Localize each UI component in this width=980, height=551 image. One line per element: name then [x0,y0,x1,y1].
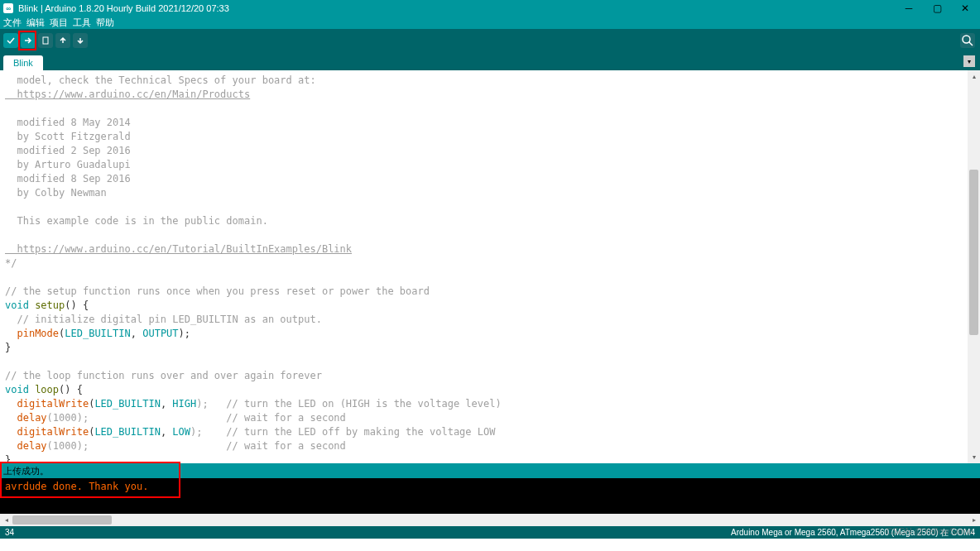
tab-row: Blink ▾ [0,52,980,70]
scroll-down-icon[interactable]: ▾ [968,451,980,463]
toolbar [0,29,980,52]
kw-void: void [5,384,29,395]
const-led: LED_BUILTIN [94,426,160,438]
status-bar: 上传成功。 [0,463,980,478]
const-output: OUTPUT [142,328,178,339]
title-bar: ∞ Blink | Arduino 1.8.20 Hourly Build 20… [0,0,980,17]
tab-blink[interactable]: Blink [3,55,43,70]
close-button[interactable]: ✕ [960,3,970,13]
horizontal-scrollbar[interactable]: ◂ ▸ [0,514,980,526]
const-low: LOW [172,426,190,438]
vertical-scrollbar[interactable]: ▴ ▾ [968,70,980,463]
code-link: https://www.arduino.cc/en/Tutorial/Built… [5,243,352,255]
new-button[interactable] [38,33,53,48]
svg-rect-0 [43,37,48,44]
minimize-button[interactable]: ─ [904,3,914,13]
editor-area: model, check the Technical Specs of your… [0,70,980,463]
code-comment: // the setup function runs once when you… [5,285,430,297]
scroll-thumb[interactable] [12,515,112,525]
const-led: LED_BUILTIN [65,328,130,339]
const-led: LED_BUILTIN [94,398,160,410]
menu-sketch[interactable]: 项目 [50,17,68,29]
tab-menu-button[interactable]: ▾ [963,55,975,67]
code-comment: modified 8 Sep 2016 [5,173,131,184]
verify-button[interactable] [3,33,18,48]
kw-void: void [5,299,29,311]
menu-file[interactable]: 文件 [3,17,22,29]
scroll-thumb[interactable] [969,170,978,335]
code-editor[interactable]: model, check the Technical Specs of your… [0,70,968,463]
upload-button[interactable] [21,33,36,48]
line-number: 34 [5,528,14,537]
maximize-button[interactable]: ▢ [932,3,942,13]
scroll-right-icon[interactable]: ▸ [968,514,980,526]
fn-loop: loop [35,384,59,395]
code-link: https://www.arduino.cc/en/Main/Products [5,89,250,100]
code-comment-end: */ [5,257,17,269]
open-button[interactable] [55,33,70,48]
fn-digitalwrite: digitalWrite [17,398,89,410]
code-comment: by Colby Newman [5,187,107,199]
scroll-left-icon[interactable]: ◂ [0,514,12,526]
menu-tools[interactable]: 工具 [73,17,91,29]
serial-monitor-button[interactable] [960,33,975,48]
menu-help[interactable]: 帮助 [96,17,114,29]
save-button[interactable] [73,33,88,48]
fn-pinmode: pinMode [17,328,59,339]
code-comment: // the loop function runs over and over … [5,370,322,381]
fn-delay: delay [17,440,46,452]
menu-edit[interactable]: 编辑 [26,17,45,29]
scroll-up-icon[interactable]: ▴ [968,70,980,83]
code-comment: // initialize digital pin LED_BUILTIN as… [5,314,322,325]
code-comment: modified 2 Sep 2016 [5,145,131,156]
console-line: avrdude done. Thank you. [5,481,148,492]
code-comment: model, check the Technical Specs of your… [5,74,316,86]
board-info: Arduino Mega or Mega 2560, ATmega2560 (M… [731,527,975,539]
code-comment: by Scott Fitzgerald [5,131,131,142]
menu-bar: 文件 编辑 项目 工具 帮助 [0,17,980,29]
fn-delay: delay [17,412,46,424]
code-comment: by Arturo Guadalupi [5,159,131,170]
window-title: Blink | Arduino 1.8.20 Hourly Build 2021… [18,3,904,13]
arduino-logo-icon: ∞ [3,3,13,13]
fn-digitalwrite: digitalWrite [17,426,89,438]
code-comment: modified 8 May 2014 [5,117,131,128]
output-console[interactable]: avrdude done. Thank you. [0,478,980,514]
const-high: HIGH [172,398,196,410]
fn-setup: setup [35,299,65,311]
code-comment: This example code is in the public domai… [5,215,268,227]
footer-bar: 34 Arduino Mega or Mega 2560, ATmega2560… [0,526,980,539]
status-message: 上传成功。 [3,466,49,476]
